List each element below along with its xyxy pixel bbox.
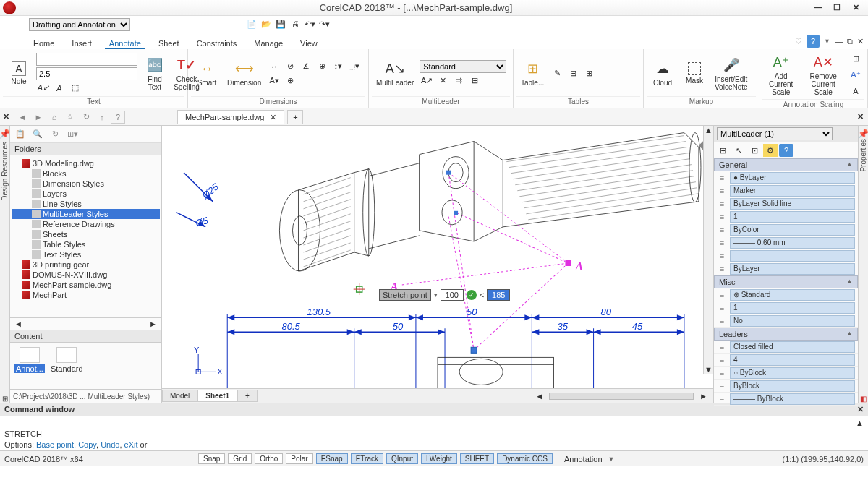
leaders-section-header[interactable]: Leaders▲ — [714, 328, 858, 341]
dim-tool-4-icon[interactable]: ⊕ — [315, 60, 329, 73]
vscroll-down-icon[interactable]: ▼ — [704, 365, 713, 374]
add-scale-button[interactable]: A⁺ Add Current Scale — [764, 52, 798, 98]
vscroll-bar[interactable]: ▲ ▼ — [703, 126, 713, 374]
mdi-restore-icon[interactable]: ⧉ — [847, 37, 853, 46]
property-value[interactable]: ● ByLayer — [730, 172, 855, 184]
content-header[interactable]: Content — [10, 330, 161, 343]
add-sheet-button[interactable]: + — [237, 390, 258, 402]
status-qinput-button[interactable]: QInput — [386, 453, 418, 464]
prop-tb-3-icon[interactable]: ⊡ — [747, 144, 762, 157]
property-value[interactable]: ByLayer — [730, 263, 855, 275]
tree-item[interactable]: Text Styles — [12, 249, 160, 260]
document-tab-close-icon[interactable]: ✕ — [270, 113, 276, 122]
ml-tool-1-icon[interactable]: A↗ — [420, 74, 434, 87]
stretch-angle-input[interactable]: 185 — [487, 289, 510, 301]
status-polar-button[interactable]: Polar — [286, 453, 312, 464]
text-field-icon[interactable]: ⬚ — [68, 82, 82, 95]
property-row[interactable]: ≡1 — [714, 210, 858, 223]
menu-insert[interactable]: Insert — [67, 38, 96, 49]
property-row[interactable]: ≡ByBlock — [714, 380, 858, 393]
print-icon[interactable]: 🖨 — [289, 18, 301, 30]
property-value[interactable]: ——— ByBlock — [730, 393, 855, 405]
property-row[interactable]: ≡No — [714, 314, 858, 328]
nav-fav-icon[interactable]: ☆ — [63, 111, 77, 124]
voicenote-button[interactable]: 🎤 Insert/Edit VoiceNote — [712, 55, 751, 93]
panel-tool-1-icon[interactable]: 📋 — [13, 128, 27, 141]
multileader-style-select[interactable]: Standard — [420, 60, 506, 73]
scale-tool-2-icon[interactable]: A⁺ — [848, 69, 863, 82]
panel-close-icon[interactable]: ✕ — [0, 112, 12, 121]
option-undo[interactable]: Undo — [101, 440, 119, 449]
dim-tool-5-icon[interactable]: ↕▾ — [331, 60, 345, 73]
tree-item[interactable]: Layers — [12, 189, 160, 199]
redo-icon[interactable]: ↷▾ — [318, 18, 330, 30]
hscroll-left-icon[interactable]: ◄ — [529, 392, 549, 401]
status-esnap-button[interactable]: ESnap — [316, 453, 348, 464]
text-tool-a-icon[interactable]: A↙ — [36, 82, 51, 95]
status-sheet-button[interactable]: SHEET — [460, 453, 494, 464]
nav-help-icon[interactable]: ? — [111, 111, 125, 124]
property-value[interactable]: 4 — [730, 354, 855, 366]
status-ortho-button[interactable]: Ortho — [255, 453, 283, 464]
pin-right-icon[interactable]: 📌 — [858, 129, 868, 139]
cmd-scroll-up-icon[interactable]: ▲ — [856, 418, 864, 429]
status-lweight-button[interactable]: LWeight — [421, 453, 457, 464]
model-tab[interactable]: Model — [162, 390, 197, 402]
heart-icon[interactable]: ♡ — [795, 37, 802, 46]
mask-button[interactable]: Mask — [680, 61, 709, 86]
annotation-menu[interactable]: Annotation — [564, 455, 603, 463]
property-value[interactable]: 1 — [730, 211, 855, 223]
menu-annotate[interactable]: Annotate — [105, 38, 145, 49]
add-document-tab-button[interactable]: + — [287, 110, 303, 124]
property-row[interactable]: ≡○ ByBlock — [714, 367, 858, 380]
property-value[interactable]: Marker — [730, 185, 855, 197]
tree-item[interactable]: Blocks — [12, 168, 160, 179]
option-copy[interactable]: Copy — [78, 440, 96, 449]
panel-tool-2-icon[interactable]: 🔍 — [30, 128, 45, 141]
note-button[interactable]: A Note — [4, 60, 33, 87]
panel-tool-4-icon[interactable]: ⊞▾ — [65, 128, 80, 141]
hscroll-bar[interactable] — [549, 393, 694, 400]
dim-tool-8-icon[interactable]: ⊕ — [283, 74, 297, 87]
text-style-input[interactable] — [36, 53, 137, 66]
tree-item[interactable]: DOMUS-N-XVIII.dwg — [12, 270, 160, 280]
property-row[interactable]: ≡ — [714, 249, 858, 262]
property-row[interactable]: ≡——— 0.60 mm — [714, 236, 858, 249]
menu-manage[interactable]: Manage — [250, 38, 287, 49]
table-tool-1-icon[interactable]: ✎ — [550, 67, 564, 80]
tree-item[interactable]: Dimension Styles — [12, 179, 160, 189]
ml-tool-2-icon[interactable]: ✕ — [435, 74, 450, 87]
design-resources-tab[interactable]: Design Resources — [1, 142, 9, 201]
scale-tool-1-icon[interactable]: ⊞ — [848, 53, 863, 66]
general-section-header[interactable]: General▲ — [714, 158, 858, 171]
property-row[interactable]: ≡4 — [714, 354, 858, 367]
right-rail-bottom-icon[interactable]: ◧ — [860, 395, 867, 403]
property-value[interactable]: No — [730, 315, 855, 327]
stretch-confirm-icon[interactable]: ✓ — [467, 290, 477, 300]
status-etrack-button[interactable]: ETrack — [351, 453, 383, 464]
property-value[interactable]: ⊕ Standard — [730, 289, 855, 301]
content-tile[interactable]: Annot... — [14, 347, 45, 373]
help-button[interactable]: ? — [807, 35, 820, 48]
property-row[interactable]: ≡ByColor — [714, 223, 858, 236]
undo-icon[interactable]: ↶▾ — [304, 18, 315, 30]
option-exit[interactable]: eXit — [124, 440, 138, 449]
property-row[interactable]: ≡1 — [714, 301, 858, 314]
right-panel-close-icon[interactable]: ✕ — [853, 112, 868, 121]
text-height-input[interactable] — [36, 67, 137, 80]
tree-item[interactable]: MechPart- — [12, 290, 160, 300]
tree-scroll-left-icon[interactable]: ◄ — [14, 320, 22, 328]
sheet1-tab[interactable]: Sheet1 — [197, 390, 237, 402]
property-value[interactable]: Closed filled — [730, 341, 855, 353]
save-icon[interactable]: 💾 — [275, 18, 286, 30]
status-snap-button[interactable]: Snap — [198, 453, 225, 464]
properties-selector[interactable]: MultiLeader (1) — [717, 127, 833, 140]
open-file-icon[interactable]: 📂 — [260, 18, 272, 30]
tree-item[interactable]: MechPart-sample.dwg — [12, 280, 160, 290]
menu-view[interactable]: View — [296, 38, 322, 49]
property-row[interactable]: ≡ByLayer Solid line — [714, 197, 858, 210]
tree-item[interactable]: 3D printing gear — [12, 260, 160, 270]
dim-tool-1-icon[interactable]: ↔ — [267, 60, 281, 73]
pin-left-icon[interactable]: 📌 — [0, 129, 10, 139]
menu-home[interactable]: Home — [29, 38, 59, 49]
